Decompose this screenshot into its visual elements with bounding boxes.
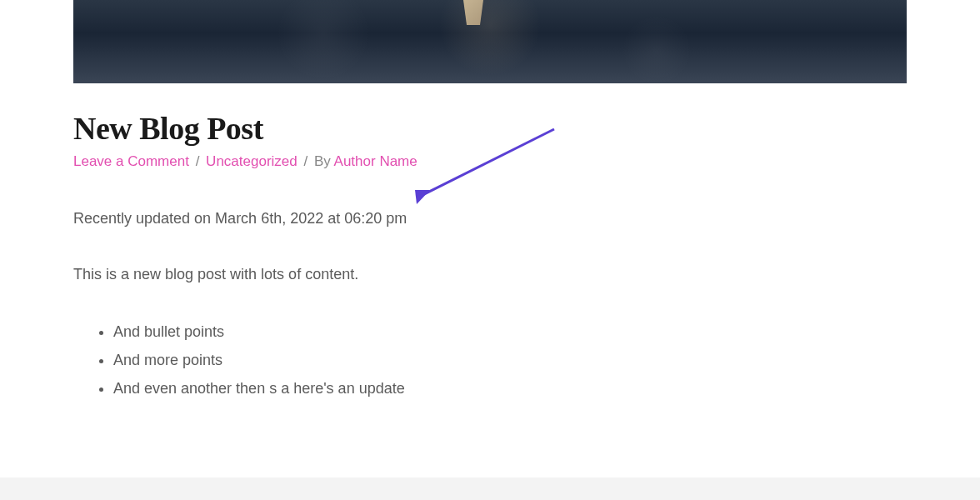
by-text: By (314, 153, 331, 169)
meta-separator: / (303, 153, 308, 169)
post-meta: Leave a Comment / Uncategorized / By Aut… (73, 153, 907, 170)
category-link[interactable]: Uncategorized (206, 153, 298, 169)
meta-separator: / (196, 153, 200, 169)
list-item: And more points (113, 347, 907, 373)
post-navigation: ← Previous Post Next Post → (0, 478, 980, 500)
post-body: This is a new blog post with lots of con… (73, 262, 907, 287)
featured-image (73, 0, 907, 83)
post-title: New Blog Post (73, 110, 907, 147)
updated-timestamp: Recently updated on March 6th, 2022 at 0… (73, 207, 907, 231)
author-link[interactable]: Author Name (334, 153, 418, 169)
post-bullet-list: And bullet points And more points And ev… (113, 318, 907, 402)
list-item: And even another then s a here's an upda… (113, 375, 907, 402)
list-item: And bullet points (113, 318, 907, 345)
comment-link[interactable]: Leave a Comment (73, 153, 189, 169)
